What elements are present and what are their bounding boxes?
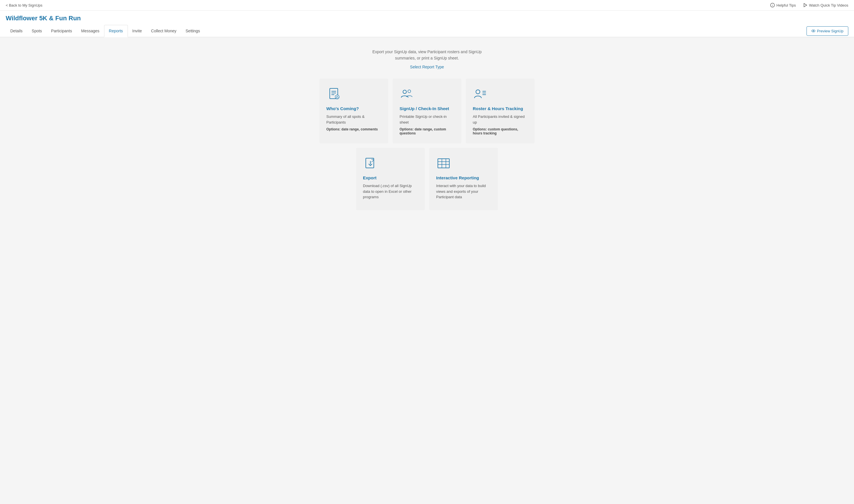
svg-rect-18 <box>366 158 374 168</box>
svg-point-12 <box>403 90 406 93</box>
checkin-title: SignUp / Check-In Sheet <box>400 106 454 111</box>
nav-tabs: Details Spots Participants Messages Repo… <box>0 25 854 37</box>
tab-collect-money[interactable]: Collect Money <box>146 25 181 37</box>
description-line1: Export your SignUp data, view Participan… <box>6 49 848 55</box>
whos-coming-card[interactable]: Who's Coming? Summary of all spots & Par… <box>320 79 388 143</box>
top-actions: i Helpful Tips Watch Quick Tip Videos <box>770 3 848 7</box>
svg-point-4 <box>813 30 814 32</box>
select-report-link[interactable]: Select Report Type <box>6 64 848 70</box>
interactive-reporting-title: Interactive Reporting <box>436 175 491 180</box>
content-area: Export your SignUp data, view Participan… <box>0 37 854 504</box>
export-card[interactable]: Export Download (.csv) of all SignUp dat… <box>356 148 425 210</box>
export-icon <box>363 156 418 171</box>
tab-spots[interactable]: Spots <box>27 25 47 37</box>
export-desc: Download (.csv) of all SignUp data to op… <box>363 183 418 200</box>
interactive-reporting-icon <box>436 156 491 171</box>
description-line2: summaries, or print a SignUp sheet. <box>6 55 848 61</box>
roster-card[interactable]: Roster & Hours Tracking All Participants… <box>466 79 534 143</box>
top-bar: < Back to My SignUps i Helpful Tips Watc… <box>0 0 854 11</box>
checkin-desc: Printable SignUp or check-in sheet <box>400 114 454 125</box>
whos-coming-options: Options: date range, comments <box>326 127 381 131</box>
svg-marker-2 <box>804 3 807 7</box>
export-title: Export <box>363 175 418 180</box>
eye-icon <box>812 29 815 33</box>
preview-signup-button[interactable]: Preview SignUp <box>806 26 849 36</box>
page-title: Wildflower 5K & Fun Run <box>0 11 854 22</box>
svg-text:i: i <box>772 4 773 7</box>
interactive-reporting-desc: Interact with your data to build views a… <box>436 183 491 200</box>
play-icon <box>803 3 807 7</box>
info-icon: i <box>770 3 775 7</box>
watch-videos-button[interactable]: Watch Quick Tip Videos <box>803 3 848 7</box>
tab-messages[interactable]: Messages <box>77 25 104 37</box>
tab-reports[interactable]: Reports <box>104 25 128 37</box>
checkin-card[interactable]: SignUp / Check-In Sheet Printable SignUp… <box>393 79 461 143</box>
content-header: Export your SignUp data, view Participan… <box>6 49 848 70</box>
roster-title: Roster & Hours Tracking <box>473 106 528 111</box>
tab-settings[interactable]: Settings <box>181 25 205 37</box>
tab-details[interactable]: Details <box>6 25 27 37</box>
whos-coming-icon <box>326 87 381 102</box>
whos-coming-desc: Summary of all spots & Participants <box>326 114 381 125</box>
tab-participants[interactable]: Participants <box>47 25 77 37</box>
roster-desc: All Participants invited & signed up <box>473 114 528 125</box>
interactive-reporting-card[interactable]: Interactive Reporting Interact with your… <box>429 148 498 210</box>
helpful-tips-button[interactable]: i Helpful Tips <box>770 3 796 7</box>
checkin-options: Options: date range, custom questions <box>400 127 454 135</box>
roster-options: Options: custom questions, hours trackin… <box>473 127 528 135</box>
svg-point-13 <box>408 90 411 93</box>
tab-invite[interactable]: Invite <box>128 25 146 37</box>
cards-container: Who's Coming? Summary of all spots & Par… <box>318 79 536 210</box>
cards-row-2: Export Download (.csv) of all SignUp dat… <box>318 148 536 210</box>
svg-rect-19 <box>438 159 449 168</box>
cards-row-1: Who's Coming? Summary of all spots & Par… <box>318 79 536 143</box>
svg-point-14 <box>476 90 480 94</box>
roster-icon <box>473 87 528 102</box>
whos-coming-title: Who's Coming? <box>326 106 381 111</box>
checkin-icon <box>400 87 454 102</box>
back-link[interactable]: < Back to My SignUps <box>6 3 42 7</box>
